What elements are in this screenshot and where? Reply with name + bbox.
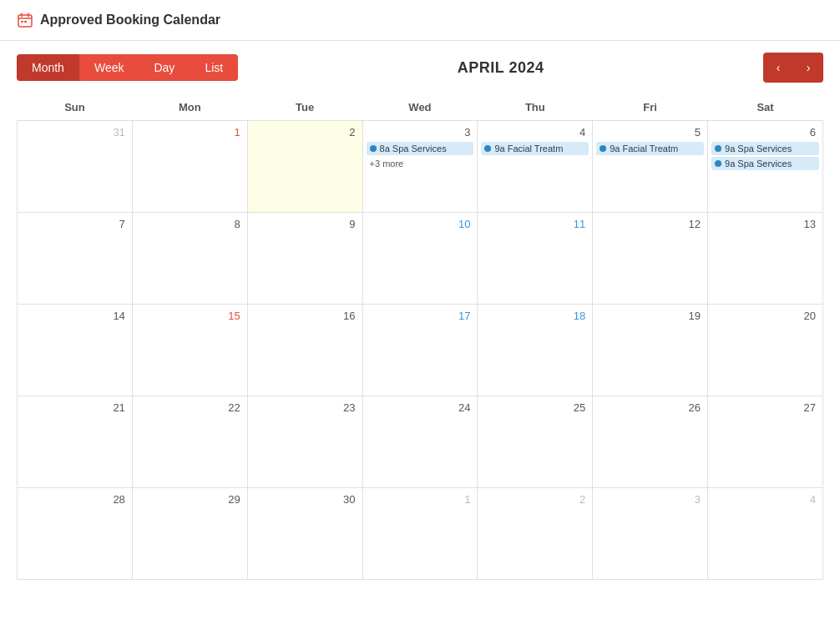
day-num-w0-d6: 6	[711, 124, 819, 142]
cal-cell-w4-d0[interactable]: 28	[18, 488, 133, 580]
event-item-w0-d6-e0[interactable]: 9a Spa Services	[711, 142, 819, 155]
cal-cell-w4-d2[interactable]: 30	[247, 488, 362, 580]
cal-cell-w1-d1[interactable]: 8	[132, 213, 247, 305]
cal-cell-w0-d1[interactable]: 1	[132, 121, 247, 213]
day-num-w0-d0: 31	[21, 124, 129, 142]
cal-cell-w3-d1[interactable]: 22	[132, 396, 247, 488]
cal-cell-w2-d5[interactable]: 19	[593, 305, 708, 396]
cal-cell-w4-d3[interactable]: 1	[362, 488, 478, 580]
view-list-button[interactable]: List	[190, 54, 238, 81]
cal-cell-w4-d5[interactable]: 3	[593, 488, 708, 580]
cal-cell-w2-d1[interactable]: 15	[132, 305, 247, 396]
month-title: APRIL 2024	[458, 59, 544, 77]
cal-cell-w3-d0[interactable]: 21	[18, 396, 133, 488]
event-dot-icon	[484, 145, 491, 152]
cal-cell-w2-d0[interactable]: 14	[18, 305, 133, 396]
day-num-w1-d6: 13	[711, 216, 819, 234]
day-num-w3-d2: 23	[251, 400, 359, 417]
day-num-w1-d0: 7	[21, 216, 129, 234]
prev-month-button[interactable]: ‹	[763, 53, 793, 83]
svg-rect-4	[21, 21, 23, 23]
event-item-w0-d3-e0[interactable]: 8a Spa Services	[367, 142, 474, 155]
day-num-w1-d1: 8	[136, 216, 244, 234]
cal-cell-w2-d3[interactable]: 17	[362, 305, 478, 396]
day-num-w2-d2: 16	[251, 308, 359, 325]
cal-cell-w1-d3[interactable]: 10	[362, 213, 478, 305]
cal-cell-w1-d6[interactable]: 13	[708, 213, 823, 305]
calendar-week-1: 78910111213	[18, 213, 823, 305]
day-num-w1-d5: 12	[596, 216, 704, 234]
day-num-w0-d3: 3	[367, 124, 474, 142]
nav-buttons: ‹ ›	[763, 53, 823, 83]
day-num-w1-d3: 10	[367, 216, 474, 234]
day-num-w2-d3: 17	[367, 308, 474, 325]
cal-cell-w3-d5[interactable]: 26	[593, 396, 708, 488]
cal-cell-w2-d6[interactable]: 20	[708, 305, 823, 396]
event-item-w0-d4-e0[interactable]: 9a Facial Treatm	[481, 142, 589, 155]
cal-cell-w1-d0[interactable]: 7	[18, 213, 133, 305]
cal-cell-w0-d5[interactable]: 59a Facial Treatm	[593, 121, 708, 213]
event-item-w0-d5-e0[interactable]: 9a Facial Treatm	[596, 142, 704, 155]
event-text: 9a Facial Treatm	[494, 144, 563, 154]
cal-cell-w2-d2[interactable]: 16	[247, 305, 362, 396]
event-dot-icon	[715, 160, 721, 167]
page-title: Approved Booking Calendar	[40, 13, 220, 28]
cal-cell-w3-d3[interactable]: 24	[362, 396, 478, 488]
event-text: 9a Spa Services	[725, 144, 792, 154]
calendar-grid: Sun Mon Tue Wed Thu Fri Sat 311238a Spa …	[17, 94, 823, 580]
cal-cell-w0-d4[interactable]: 49a Facial Treatm	[478, 121, 593, 213]
cal-cell-w3-d6[interactable]: 27	[708, 396, 823, 488]
day-num-w4-d4: 2	[481, 491, 589, 509]
calendar-week-4: 2829301234	[18, 488, 823, 580]
day-header-row: Sun Mon Tue Wed Thu Fri Sat	[18, 94, 823, 121]
cal-cell-w4-d6[interactable]: 4	[708, 488, 823, 580]
day-num-w2-d4: 18	[481, 308, 589, 325]
view-buttons: Month Week Day List	[17, 54, 238, 81]
day-num-w4-d5: 3	[596, 491, 704, 509]
day-num-w3-d5: 26	[596, 400, 704, 417]
day-num-w1-d4: 11	[481, 216, 589, 234]
calendar-container: Sun Mon Tue Wed Thu Fri Sat 311238a Spa …	[0, 94, 840, 597]
cal-cell-w1-d4[interactable]: 11	[478, 213, 593, 305]
cal-cell-w4-d4[interactable]: 2	[478, 488, 593, 580]
day-num-w1-d2: 9	[251, 216, 359, 234]
day-num-w4-d1: 29	[136, 491, 244, 509]
cal-cell-w0-d3[interactable]: 38a Spa Services+3 more	[362, 121, 478, 213]
header-sat: Sat	[708, 94, 823, 121]
cal-cell-w4-d1[interactable]: 29	[132, 488, 247, 580]
day-num-w0-d1: 1	[136, 124, 244, 142]
cal-cell-w3-d4[interactable]: 25	[478, 396, 593, 488]
day-num-w2-d6: 20	[711, 308, 819, 325]
next-month-button[interactable]: ›	[793, 53, 823, 83]
day-num-w4-d6: 4	[711, 491, 819, 509]
header-tue: Tue	[247, 94, 362, 121]
event-item-w0-d6-e1[interactable]: 9a Spa Services	[711, 157, 819, 170]
day-num-w4-d3: 1	[367, 491, 474, 509]
day-num-w3-d6: 27	[711, 400, 819, 417]
cal-cell-w0-d0[interactable]: 31	[18, 121, 133, 213]
day-num-w0-d5: 5	[596, 124, 704, 142]
cal-cell-w2-d4[interactable]: 18	[478, 305, 593, 396]
view-week-button[interactable]: Week	[79, 54, 139, 81]
day-num-w4-d2: 30	[251, 491, 359, 509]
cal-cell-w1-d2[interactable]: 9	[247, 213, 362, 305]
header-fri: Fri	[593, 94, 708, 121]
app-container: Approved Booking Calendar Month Week Day…	[0, 0, 840, 640]
header-wed: Wed	[362, 94, 478, 121]
calendar-week-0: 311238a Spa Services+3 more49a Facial Tr…	[18, 121, 823, 213]
cal-cell-w0-d6[interactable]: 69a Spa Services9a Spa Services	[708, 121, 823, 213]
cal-cell-w0-d2[interactable]: 2	[247, 121, 362, 213]
event-text: 8a Spa Services	[380, 144, 447, 154]
svg-rect-5	[24, 21, 27, 23]
day-num-w3-d0: 21	[21, 400, 129, 417]
calendar-body: 311238a Spa Services+3 more49a Facial Tr…	[18, 121, 823, 580]
cal-cell-w3-d2[interactable]: 23	[247, 396, 362, 488]
more-events-link[interactable]: +3 more	[367, 157, 474, 170]
view-day-button[interactable]: Day	[139, 54, 190, 81]
day-num-w2-d0: 14	[21, 308, 129, 325]
app-title: Approved Booking Calendar	[17, 12, 220, 28]
app-header: Approved Booking Calendar	[0, 0, 840, 41]
view-month-button[interactable]: Month	[17, 54, 79, 81]
cal-cell-w1-d5[interactable]: 12	[593, 213, 708, 305]
toolbar: Month Week Day List APRIL 2024 ‹ ›	[0, 41, 840, 94]
